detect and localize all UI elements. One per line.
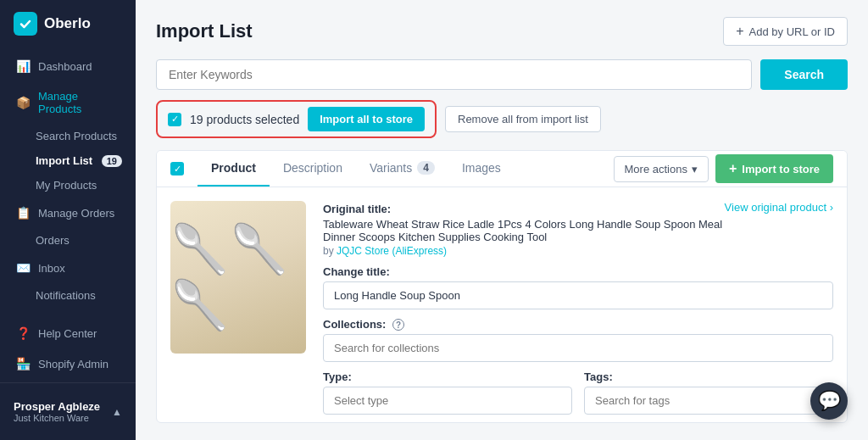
sidebar-label-dashboard: Dashboard xyxy=(38,60,92,73)
chevron-up-icon: ▲ xyxy=(112,406,122,418)
sidebar-item-manage-products[interactable]: 📦 Manage Products xyxy=(0,81,136,124)
tags-field: Tags: xyxy=(584,370,833,415)
manage-products-icon: 📦 xyxy=(16,96,30,109)
sidebar-label-manage-orders: Manage Orders xyxy=(38,207,114,220)
help-icon: ❓ xyxy=(16,326,30,340)
inbox-icon: ✉️ xyxy=(16,261,30,275)
product-image-visual: 🥄🥄🥄 xyxy=(170,201,306,354)
change-title-field: Change title: xyxy=(323,265,833,309)
sidebar-label-search-products: Search Products xyxy=(36,130,117,142)
sidebar-item-my-products[interactable]: My Products xyxy=(0,173,136,198)
main-header: Import List + Add by URL or ID xyxy=(156,17,848,46)
sidebar-item-help-center[interactable]: ❓ Help Center xyxy=(0,318,136,348)
sidebar-label-inbox: Inbox xyxy=(38,262,65,275)
search-button[interactable]: Search xyxy=(760,59,848,90)
type-tags-row: Type: Tags: xyxy=(323,370,833,415)
tab-product[interactable]: Product xyxy=(198,151,270,187)
sidebar-item-import-list[interactable]: Import List 19 xyxy=(0,148,136,173)
search-input[interactable] xyxy=(156,59,752,90)
product-checkbox[interactable]: ✓ xyxy=(170,162,184,175)
shopify-icon: 🏪 xyxy=(16,357,30,370)
type-field: Type: xyxy=(323,370,572,415)
import-all-button[interactable]: Import all to store xyxy=(308,107,425,131)
sidebar: Oberlo 📊 Dashboard 📦 Manage Products Sea… xyxy=(0,0,136,440)
type-input[interactable] xyxy=(323,387,572,415)
original-title-label: Original title: xyxy=(323,203,391,215)
sidebar-item-search-products[interactable]: Search Products xyxy=(0,124,136,148)
sidebar-item-dashboard[interactable]: 📊 Dashboard xyxy=(0,51,136,81)
sidebar-item-manage-orders[interactable]: 📋 Manage Orders xyxy=(0,198,136,228)
search-row: Search xyxy=(156,59,848,90)
plus-icon: + xyxy=(736,24,743,39)
sidebar-item-shopify-admin[interactable]: 🏪 Shopify Admin xyxy=(0,348,136,379)
tab-variants[interactable]: Variants 4 xyxy=(356,151,448,187)
more-actions-button[interactable]: More actions ▾ xyxy=(614,156,709,182)
tab-product-label: Product xyxy=(211,161,256,175)
product-original-title: Tableware Wheat Straw Rice Ladle 1Pcs 4 … xyxy=(323,218,725,243)
product-card: ✓ Product Description Variants 4 Images … xyxy=(156,150,848,423)
more-actions-label: More actions xyxy=(625,163,687,175)
svg-rect-0 xyxy=(18,16,33,31)
sidebar-label-notifications: Notifications xyxy=(36,289,96,302)
selection-bar-inner: ✓ 19 products selected Import all to sto… xyxy=(156,100,437,138)
plus-circle-icon: + xyxy=(729,161,737,176)
sidebar-item-inbox[interactable]: ✉️ Inbox xyxy=(0,253,136,283)
sidebar-label-manage-products: Manage Products xyxy=(38,90,122,115)
sidebar-label-orders: Orders xyxy=(36,234,70,247)
by-label: by xyxy=(323,245,334,257)
tab-variants-label: Variants xyxy=(370,161,412,175)
collections-input[interactable] xyxy=(323,334,833,362)
sidebar-footer: Prosper Agbleze Just Kitchen Ware ▲ xyxy=(0,382,136,440)
chevron-down-icon: ▾ xyxy=(692,163,698,175)
product-meta: Original title: Tableware Wheat Straw Ri… xyxy=(323,201,833,257)
tab-description[interactable]: Description xyxy=(270,151,356,187)
tags-input[interactable] xyxy=(584,387,833,415)
change-title-input[interactable] xyxy=(323,281,833,309)
product-title-block: Original title: Tableware Wheat Straw Ri… xyxy=(323,201,725,257)
import-to-store-button[interactable]: + Import to store xyxy=(715,154,833,183)
tab-images-label: Images xyxy=(462,161,501,175)
sidebar-item-orders[interactable]: Orders xyxy=(0,228,136,253)
collections-label: Collections: ? xyxy=(323,318,833,331)
product-by: by JQJC Store (AliExpress) xyxy=(323,245,725,257)
product-image: 🥄🥄🥄 xyxy=(170,201,306,354)
selected-count: 19 products selected xyxy=(190,113,299,126)
select-all-checkbox[interactable]: ✓ xyxy=(168,113,181,126)
chat-icon: 💬 xyxy=(818,390,841,412)
manage-orders-icon: 📋 xyxy=(16,206,30,220)
chat-bubble[interactable]: 💬 xyxy=(810,382,848,420)
collections-field: Collections: ? xyxy=(323,318,833,362)
card-body: 🥄🥄🥄 Original title: Tableware Wheat Stra… xyxy=(157,187,847,423)
tab-description-label: Description xyxy=(283,161,342,175)
selection-bar: ✓ 19 products selected Import all to sto… xyxy=(156,100,848,138)
dashboard-icon: 📊 xyxy=(16,59,30,73)
page-title: Import List xyxy=(156,20,253,42)
import-list-badge: 19 xyxy=(102,155,122,167)
tab-images[interactable]: Images xyxy=(448,151,515,187)
product-details: Original title: Tableware Wheat Straw Ri… xyxy=(323,201,833,415)
import-store-label: Import to store xyxy=(742,163,820,175)
user-area[interactable]: Prosper Agbleze Just Kitchen Ware ▲ xyxy=(0,392,136,432)
variants-badge: 4 xyxy=(417,161,435,175)
type-label: Type: xyxy=(323,370,572,383)
add-url-label: Add by URL or ID xyxy=(749,25,835,38)
logo-text: Oberlo xyxy=(44,15,91,32)
remove-all-button[interactable]: Remove all from import list xyxy=(445,106,601,132)
sidebar-logo[interactable]: Oberlo xyxy=(0,0,136,47)
change-title-label: Change title: xyxy=(323,265,833,278)
user-name: Prosper Agbleze xyxy=(14,400,100,413)
tags-label: Tags: xyxy=(584,370,833,383)
sidebar-label-help-center: Help Center xyxy=(38,327,97,340)
add-url-button[interactable]: + Add by URL or ID xyxy=(723,17,848,46)
sidebar-label-import-list: Import List xyxy=(36,154,92,167)
collections-help-icon[interactable]: ? xyxy=(392,319,404,331)
user-info: Prosper Agbleze Just Kitchen Ware xyxy=(14,400,100,423)
card-tabs: ✓ Product Description Variants 4 Images … xyxy=(157,151,847,187)
sidebar-item-notifications[interactable]: Notifications xyxy=(0,283,136,308)
by-store-link[interactable]: JQJC Store (AliExpress) xyxy=(337,245,447,257)
main-content: Import List + Add by URL or ID Search ✓ … xyxy=(136,0,868,440)
sidebar-nav: 📊 Dashboard 📦 Manage Products Search Pro… xyxy=(0,47,136,382)
sidebar-label-shopify-admin: Shopify Admin xyxy=(38,358,108,370)
user-store: Just Kitchen Ware xyxy=(14,413,100,423)
view-original-link[interactable]: View original product › xyxy=(725,201,833,214)
